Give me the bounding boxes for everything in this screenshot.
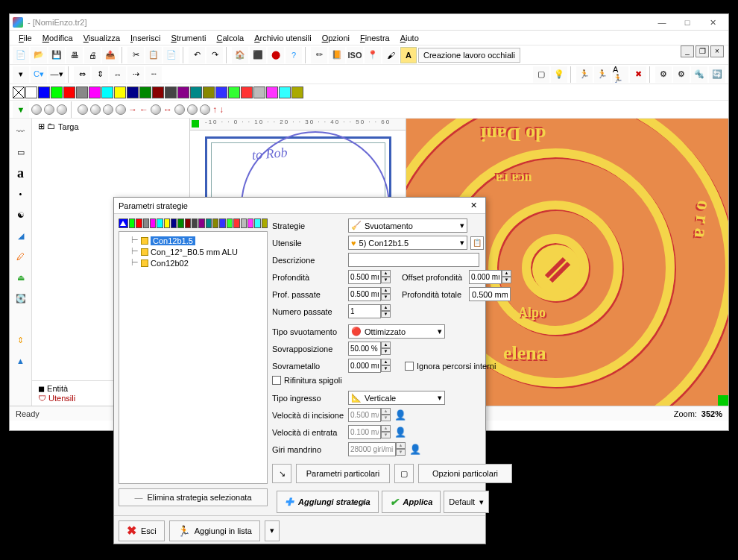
help-icon[interactable]: ? — [286, 47, 302, 63]
saveall-icon[interactable]: 🖶 — [66, 47, 83, 63]
param-particolari-button[interactable]: Parametri particolari — [296, 464, 390, 483]
dlg-color-swatch[interactable] — [247, 218, 253, 228]
tool-c[interactable]: C▾ — [31, 66, 47, 83]
color-swatch[interactable] — [241, 86, 253, 98]
lt-disk-icon[interactable]: 💽 — [13, 290, 29, 306]
dialog-titlebar[interactable]: Parametri strategie ✕ — [114, 198, 485, 214]
mdi-restore[interactable]: ❐ — [696, 45, 709, 57]
color-swatch[interactable] — [190, 86, 202, 98]
lt-eject-icon[interactable]: ⏏ — [13, 269, 29, 286]
dlg-color-active[interactable] — [119, 218, 128, 228]
rifinitura-checkbox[interactable]: Rifinitura spigoli — [272, 376, 342, 385]
menu-archivio[interactable]: Archivio utensili — [250, 32, 315, 44]
mdi-close[interactable]: × — [710, 45, 724, 57]
sel-node3[interactable] — [57, 104, 67, 115]
person-icon[interactable]: 👤 — [394, 409, 406, 421]
menu-opzioni[interactable]: Opzioni — [318, 32, 354, 44]
color-swatch[interactable] — [101, 86, 113, 98]
lt-poly-icon[interactable]: ◢ — [13, 227, 29, 244]
dlg-color-swatch[interactable] — [212, 218, 218, 228]
color-swatch[interactable] — [76, 86, 88, 98]
delete-strategy-button[interactable]: —Elimina strategia selezionata — [119, 488, 268, 506]
dlg-color-swatch[interactable] — [206, 218, 212, 228]
menu-aiuto[interactable]: Aiuto — [396, 32, 423, 44]
book-icon[interactable]: 📙 — [329, 47, 345, 63]
pencil-icon[interactable]: ✏ — [311, 47, 327, 63]
run2-icon[interactable]: 🏃 — [594, 66, 611, 83]
tool-dash[interactable]: ┄ — [145, 66, 162, 83]
paste-icon[interactable]: 📄 — [163, 47, 180, 63]
dlg-color-swatch[interactable] — [177, 218, 183, 228]
tool-item[interactable]: ⊢Con12b1.5 — [122, 235, 264, 246]
tool-h[interactable]: ⇔ — [74, 66, 90, 83]
opzioni-particolari-button[interactable]: Opzioni particolari — [418, 464, 512, 483]
lt-resize-icon[interactable]: ⇕ — [13, 332, 29, 348]
vel-inc-input[interactable]: ▲▼ — [348, 408, 391, 422]
descrizione-input[interactable] — [348, 253, 479, 267]
lt-yinyang-icon[interactable]: ☯ — [13, 207, 29, 223]
dlg-color-swatch[interactable] — [233, 218, 239, 228]
dlg-color-swatch[interactable] — [143, 218, 149, 228]
dlg-color-swatch[interactable] — [164, 218, 170, 228]
tipo-ingresso-select[interactable]: 📐 Verticale▾ — [348, 391, 445, 405]
arrow-icon[interactable]: ▾ — [13, 66, 29, 83]
color-swatch[interactable] — [177, 86, 189, 98]
color-swatch[interactable] — [291, 86, 303, 98]
lt-marker-icon[interactable]: 🖊 — [13, 248, 29, 265]
dlg-color-swatch[interactable] — [198, 218, 204, 228]
redo-icon[interactable]: ↷ — [206, 47, 223, 63]
dlg-color-swatch[interactable] — [136, 218, 142, 228]
color-none[interactable] — [13, 86, 25, 98]
arr-d[interactable]: ↓ — [219, 104, 224, 115]
tool-tree[interactable]: ⊢Con12b1.5⊢Con_12°_B0.5 mm ALU⊢Con12b02 — [119, 231, 268, 484]
param-part-icon[interactable]: ↘ — [272, 464, 291, 483]
sel-node8[interactable] — [151, 104, 161, 115]
menu-strumenti[interactable]: Strumenti — [166, 32, 210, 44]
minimize-button[interactable]: — — [649, 16, 675, 29]
color-swatch[interactable] — [63, 86, 75, 98]
dlg-color-swatch[interactable] — [192, 218, 198, 228]
esci-button[interactable]: ✖Esci — [119, 520, 165, 541]
sel-node11[interactable] — [200, 104, 210, 115]
tool-line[interactable]: ―▾ — [48, 66, 65, 83]
color-swatch[interactable] — [25, 86, 37, 98]
dlg-color-swatch[interactable] — [262, 218, 268, 228]
strategie-select[interactable]: 🧹 Svuotamento▾ — [348, 218, 467, 233]
dlg-color-swatch[interactable] — [227, 218, 233, 228]
applica-button[interactable]: ✔Applica — [382, 491, 441, 513]
arr-r[interactable]: → — [128, 104, 137, 115]
sel-node7[interactable] — [116, 104, 126, 115]
new-icon[interactable]: 📄 — [13, 47, 29, 63]
aggiungi-lista-button[interactable]: 🏃Aggiungi in lista — [169, 520, 260, 541]
stop-icon[interactable]: ⬛ — [250, 47, 266, 63]
run1-icon[interactable]: 🏃 — [576, 66, 593, 83]
tool-item[interactable]: ⊢Con_12°_B0.5 mm ALU — [122, 246, 264, 257]
refresh-icon[interactable]: 🔄 — [709, 66, 725, 83]
resize-grip[interactable] — [718, 395, 728, 406]
close-button[interactable]: ✕ — [700, 16, 725, 29]
print-icon[interactable]: 🖨 — [84, 47, 101, 63]
color-swatch[interactable] — [253, 86, 265, 98]
menu-file[interactable]: File — [14, 32, 37, 44]
color-swatch[interactable] — [38, 86, 50, 98]
utensile-select[interactable]: ♥ 5) Con12b1.5▾ — [348, 236, 467, 250]
tipo-svuot-select[interactable]: 🔴 Ottimizzato▾ — [348, 324, 445, 339]
sovrapp-input[interactable]: ▲▼ — [348, 342, 391, 356]
sel-node5[interactable] — [90, 104, 101, 115]
prof-passate-input[interactable]: ▲▼ — [348, 287, 391, 301]
arr-l[interactable]: ← — [139, 104, 148, 115]
offset-prof-input[interactable]: ▲▼ — [469, 270, 512, 284]
sel-node1[interactable] — [31, 104, 42, 115]
gear2-icon[interactable]: ⚙ — [673, 66, 690, 83]
text-a-icon[interactable]: A — [400, 47, 417, 63]
creazione-button[interactable]: Creazione lavoro occhiali — [418, 48, 520, 63]
dlg-color-swatch[interactable] — [157, 218, 163, 228]
tool-dist[interactable]: ⇢ — [127, 66, 144, 83]
sel-node2[interactable] — [44, 104, 54, 115]
person-icon3[interactable]: 👤 — [409, 444, 421, 455]
maximize-button[interactable]: □ — [675, 16, 700, 29]
home-icon[interactable]: 🏠 — [232, 47, 248, 63]
dlg-color-swatch[interactable] — [129, 218, 135, 228]
dlg-color-swatch[interactable] — [185, 218, 191, 228]
person-icon2[interactable]: 👤 — [394, 427, 406, 438]
